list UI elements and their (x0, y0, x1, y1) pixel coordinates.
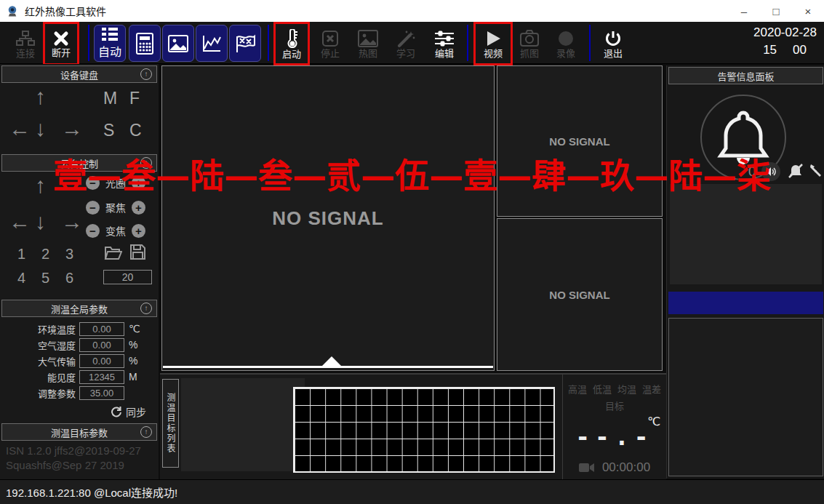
preset-3-button[interactable]: 3 (65, 246, 73, 263)
calculator-button[interactable] (129, 25, 161, 62)
record-dot-icon (557, 30, 575, 47)
focus-label: 聚焦 (105, 200, 126, 215)
zoom-plus-button[interactable]: + (132, 224, 145, 238)
disconnect-button[interactable]: 断开 (45, 24, 77, 63)
video-scrubber-handle[interactable] (322, 356, 341, 366)
flag-button[interactable] (229, 25, 261, 62)
learn-button[interactable]: 学习 (390, 24, 422, 63)
toolbar-separator (268, 25, 269, 61)
video-scrubber-track[interactable] (163, 366, 493, 368)
folder-open-icon[interactable] (104, 244, 122, 260)
key-f[interactable]: F (129, 89, 140, 108)
video-button[interactable]: 视频 (476, 24, 511, 63)
key-c[interactable]: C (129, 121, 142, 140)
key-down-arrow[interactable]: ↓ (35, 118, 46, 140)
main-video-panel[interactable]: NO SIGNAL (161, 65, 495, 371)
alarm-selected-row[interactable] (668, 292, 823, 314)
image-icon (168, 35, 188, 52)
key-s[interactable]: S (103, 121, 114, 140)
maximize-button[interactable]: □ (760, 0, 792, 22)
transmission-unit: % (129, 355, 137, 367)
calculator-icon (135, 33, 154, 55)
transmission-input[interactable]: 0.00 (79, 354, 124, 368)
preset-4-button[interactable]: 4 (17, 270, 25, 287)
chevron-up-circle-icon[interactable]: ↑ (140, 426, 152, 438)
aux-video-top-panel[interactable]: NO SIGNAL (497, 65, 663, 217)
close-button[interactable]: × (792, 0, 824, 22)
exit-button[interactable]: 退出 (596, 24, 630, 63)
chevron-up-circle-icon[interactable]: ↑ (140, 68, 152, 80)
connect-button[interactable]: 连接 (9, 24, 42, 63)
low-temp-label[interactable]: 低温 (593, 382, 612, 396)
iris-row: − 光圈 + (86, 175, 145, 190)
speaker-button[interactable] (761, 162, 780, 181)
hour-display: 15 (763, 41, 777, 59)
focus-plus-button[interactable]: + (132, 201, 145, 215)
global-params-title: 测温全局参数 (51, 302, 108, 316)
chevron-up-circle-icon[interactable]: ↑ (140, 303, 152, 314)
global-params-header[interactable]: 测温全局参数 ↑ (1, 300, 157, 317)
preset-number-input[interactable]: 20 (103, 270, 152, 284)
aux-video-bottom-panel[interactable]: NO SIGNAL (497, 218, 663, 371)
ptz-down-arrow[interactable]: ↓ (35, 211, 46, 233)
toolbar-separator (589, 25, 591, 61)
tab-target-list[interactable]: 测温目标列表 (162, 379, 179, 468)
ptz-control-header[interactable]: 云台控制 ↑ (1, 154, 157, 172)
high-temp-label[interactable]: 高温 (568, 382, 587, 396)
alarm-panel-title: 告警信息面板 (717, 69, 774, 83)
adjust-param-input[interactable]: 35.00 (79, 386, 124, 400)
start-button[interactable]: 启动 (276, 24, 308, 63)
preset-5-button[interactable]: 5 (41, 270, 49, 287)
ambient-temp-input[interactable]: 0.00 (79, 322, 124, 336)
firmware-line1: ISN 1.2.0 jffs2@2019-09-27 (6, 444, 141, 457)
target-params-header[interactable]: 测温目标参数 ↑ (1, 423, 157, 441)
preset-1-button[interactable]: 1 (17, 246, 25, 263)
edit-button[interactable]: 编辑 (428, 24, 461, 63)
record-button[interactable]: 录像 (550, 24, 582, 63)
tools-button[interactable] (809, 164, 823, 178)
iris-plus-button[interactable]: + (132, 176, 145, 190)
minimize-button[interactable]: – (728, 0, 760, 22)
key-up-arrow[interactable]: ↑ (35, 86, 46, 108)
toolbar: 连接 断开 自动 启动 停止 (0, 22, 824, 64)
camera-icon (520, 30, 539, 47)
bell-icon (715, 107, 772, 168)
device-keyboard-header[interactable]: 设备键盘 ↑ (1, 65, 157, 83)
alarm-count: 0 (748, 164, 756, 180)
preset-2-button[interactable]: 2 (41, 246, 49, 263)
key-right-arrow[interactable]: → (61, 118, 83, 140)
image-button[interactable] (162, 25, 194, 62)
iris-minus-button[interactable]: − (86, 176, 100, 190)
bottom-section: 测温目标列表 高温 低温 均温 温差 目标 ℃ --.- 00:00:00 (160, 373, 666, 479)
auto-button[interactable]: 自动 (94, 25, 126, 62)
curve-button[interactable] (196, 25, 228, 62)
key-left-arrow[interactable]: ← (9, 118, 31, 140)
stop-button[interactable]: 停止 (314, 24, 346, 63)
key-m[interactable]: M (103, 89, 117, 108)
connect-icon (16, 30, 35, 47)
avg-temp-label[interactable]: 均温 (617, 382, 636, 396)
save-icon[interactable] (129, 244, 146, 260)
humidity-input[interactable]: 0.00 (79, 338, 124, 352)
humidity-label: 空气湿度 (0, 338, 76, 352)
status-bar: 192.168.1.221:80 @Local连接成功! (0, 479, 824, 504)
ptz-up-arrow[interactable]: ↑ (35, 175, 46, 196)
heatmap-button[interactable]: 热图 (352, 24, 384, 63)
bell-muted-button[interactable] (788, 164, 804, 178)
chevron-up-circle-icon[interactable]: ↑ (140, 157, 152, 169)
snapshot-button[interactable]: 抓图 (513, 24, 545, 63)
adjust-param-row: 调整参数 35.00 (0, 385, 159, 401)
focus-minus-button[interactable]: − (86, 201, 100, 215)
heatmap-image-icon (358, 30, 378, 47)
target-grid (293, 387, 555, 473)
diff-temp-label[interactable]: 温差 (642, 382, 661, 396)
visibility-input[interactable]: 12345 (79, 370, 124, 384)
bell-muted-icon (788, 164, 804, 178)
ptz-right-arrow[interactable]: → (61, 211, 83, 233)
alarm-list[interactable] (670, 184, 822, 284)
zoom-minus-button[interactable]: − (86, 224, 100, 238)
preset-6-button[interactable]: 6 (65, 270, 73, 287)
date-display: 2020-02-28 (753, 24, 817, 41)
sync-button[interactable]: 同步 (111, 404, 146, 419)
ptz-left-arrow[interactable]: ← (9, 211, 31, 233)
